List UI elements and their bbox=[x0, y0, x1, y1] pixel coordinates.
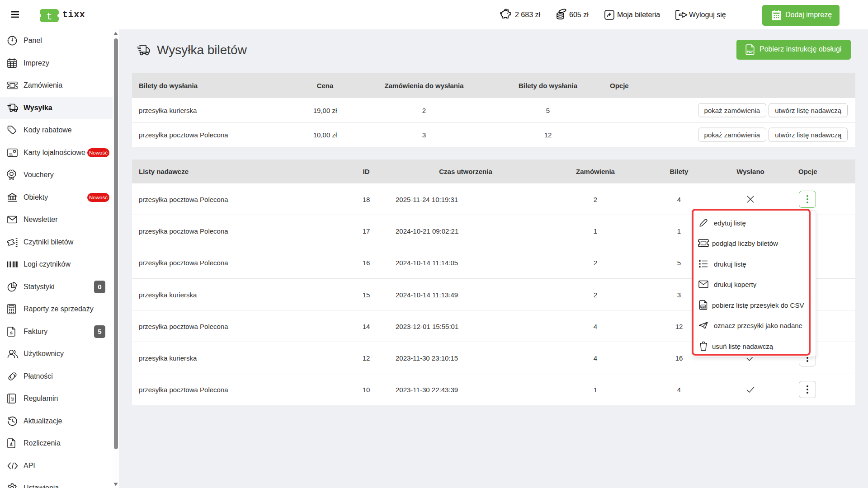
svg-text:ś: ś bbox=[10, 330, 13, 335]
svg-text:PDF: PDF bbox=[747, 50, 754, 54]
svg-text:t: t bbox=[46, 11, 52, 23]
svg-text:ś: ś bbox=[10, 442, 13, 447]
svg-text:§: § bbox=[11, 396, 14, 401]
